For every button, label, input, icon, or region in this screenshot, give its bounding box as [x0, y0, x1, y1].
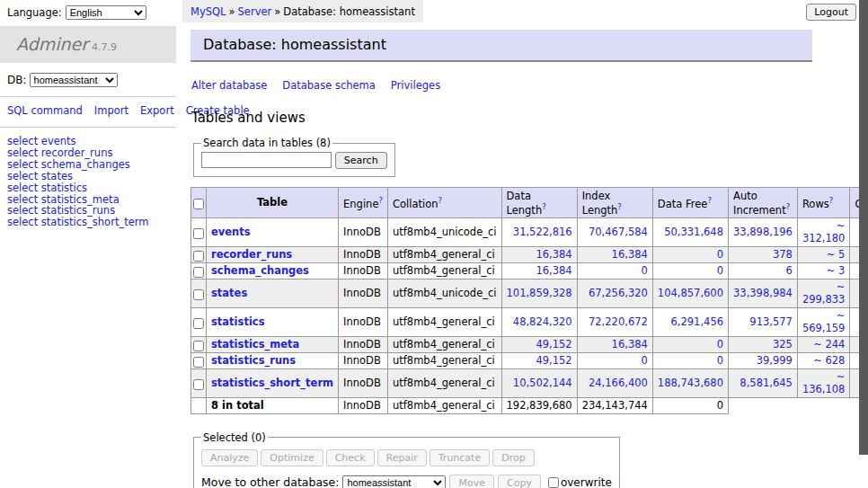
- index-length-help-link[interactable]: ?: [617, 202, 622, 211]
- select-link[interactable]: select: [7, 204, 38, 217]
- collation-help-link[interactable]: ?: [438, 196, 443, 205]
- rows-cell[interactable]: ~ 3: [797, 262, 850, 279]
- overwrite-label[interactable]: overwrite: [561, 476, 612, 488]
- index-length-cell[interactable]: 70,467,584: [577, 217, 652, 246]
- data-length-cell[interactable]: 48,824,320: [501, 307, 577, 336]
- optimize-button[interactable]: Optimize: [261, 449, 323, 466]
- data-free-cell[interactable]: 0: [652, 246, 728, 262]
- alter-database-link[interactable]: Alter database: [191, 79, 267, 92]
- table-link[interactable]: events: [41, 135, 76, 147]
- table-link[interactable]: schema_changes: [41, 158, 130, 171]
- engine-help-link[interactable]: ?: [378, 196, 383, 205]
- data-length-cell[interactable]: 16,384: [501, 262, 577, 279]
- row-checkbox[interactable]: [193, 228, 204, 239]
- rows-cell[interactable]: ~ 312,180: [797, 217, 850, 246]
- rows-cell[interactable]: ~ 299,833: [797, 279, 850, 307]
- sidebar-sql-command-link[interactable]: SQL command: [7, 104, 83, 117]
- search-button[interactable]: Search: [335, 152, 387, 169]
- index-length-cell[interactable]: 0: [577, 352, 652, 368]
- index-length-cell[interactable]: 16,384: [577, 246, 652, 262]
- search-input[interactable]: [201, 152, 332, 168]
- drop-button[interactable]: Drop: [492, 449, 534, 466]
- table-link[interactable]: statistics_runs: [41, 204, 115, 217]
- copy-button[interactable]: Copy: [498, 475, 541, 488]
- row-checkbox[interactable]: [193, 251, 204, 262]
- data-length-help-link[interactable]: ?: [542, 202, 546, 211]
- analyze-button[interactable]: Analyze: [201, 449, 258, 466]
- auto-increment-cell[interactable]: 325: [729, 336, 798, 352]
- row-checkbox[interactable]: [193, 379, 204, 390]
- table-link[interactable]: states: [41, 170, 73, 182]
- data-length-cell[interactable]: 49,152: [501, 352, 577, 368]
- table-name-link[interactable]: statistics_short_term: [211, 377, 333, 389]
- check-button[interactable]: Check: [326, 449, 375, 466]
- scrollbar-track[interactable]: [859, 0, 868, 488]
- row-checkbox[interactable]: [193, 289, 204, 300]
- table-name-link[interactable]: schema_changes: [211, 264, 309, 277]
- rows-cell[interactable]: ~ 244: [797, 336, 850, 352]
- auto-increment-cell[interactable]: 6: [729, 262, 798, 279]
- privileges-link[interactable]: Privileges: [391, 79, 440, 92]
- data-free-cell[interactable]: 104,857,600: [652, 279, 728, 307]
- index-length-cell[interactable]: 24,166,400: [577, 368, 652, 397]
- rows-cell[interactable]: ~ 628: [797, 352, 850, 368]
- select-link[interactable]: select: [7, 216, 38, 228]
- data-length-cell[interactable]: 49,152: [501, 336, 577, 352]
- select-link[interactable]: select: [7, 146, 38, 159]
- row-checkbox[interactable]: [193, 318, 204, 329]
- db-select[interactable]: homeassistant: [30, 73, 118, 87]
- table-name-link[interactable]: statistics_runs: [211, 354, 296, 367]
- row-checkbox[interactable]: [193, 357, 204, 368]
- select-link[interactable]: select: [7, 158, 38, 171]
- table-name-link[interactable]: events: [211, 226, 251, 238]
- table-link[interactable]: recorder_runs: [41, 146, 113, 159]
- auto-increment-help-link[interactable]: ?: [786, 202, 791, 211]
- auto-increment-cell[interactable]: 8,581,645: [729, 368, 798, 397]
- data-length-cell[interactable]: 101,859,328: [501, 279, 577, 307]
- sidebar-export-link[interactable]: Export: [140, 104, 174, 117]
- data-free-help-link[interactable]: ?: [707, 196, 712, 205]
- app-version[interactable]: 4.7.9: [92, 41, 117, 53]
- row-checkbox[interactable]: [193, 341, 204, 351]
- auto-increment-cell[interactable]: 913,577: [729, 307, 798, 336]
- data-length-cell[interactable]: 10,502,144: [501, 368, 577, 397]
- index-length-cell[interactable]: 72,220,672: [577, 307, 652, 336]
- data-free-cell[interactable]: 188,743,680: [652, 368, 728, 397]
- rows-cell[interactable]: ~ 136,108: [797, 368, 850, 397]
- auto-increment-cell[interactable]: 39,999: [729, 352, 798, 368]
- overwrite-checkbox[interactable]: [548, 477, 559, 488]
- data-free-cell[interactable]: 0: [652, 262, 728, 279]
- index-length-cell[interactable]: 16,384: [577, 336, 652, 352]
- move-button[interactable]: Move: [449, 475, 494, 488]
- truncate-button[interactable]: Truncate: [430, 449, 490, 466]
- repair-button[interactable]: Repair: [377, 449, 427, 466]
- select-link[interactable]: select: [7, 193, 38, 206]
- auto-increment-cell[interactable]: 33,898,196: [729, 217, 798, 246]
- select-link[interactable]: select: [7, 182, 38, 194]
- rows-cell[interactable]: ~ 5: [797, 246, 850, 262]
- select-link[interactable]: select: [7, 170, 38, 182]
- data-free-cell[interactable]: 0: [652, 352, 728, 368]
- auto-increment-cell[interactable]: 378: [729, 246, 798, 262]
- scrollbar-thumb[interactable]: [859, 0, 868, 455]
- auto-increment-cell[interactable]: 33,398,984: [729, 279, 798, 307]
- language-select[interactable]: English: [66, 5, 146, 20]
- table-name-link[interactable]: recorder_runs: [211, 248, 292, 261]
- database-schema-link[interactable]: Database schema: [282, 79, 375, 92]
- table-link[interactable]: statistics_short_term: [41, 216, 149, 228]
- data-free-cell[interactable]: 0: [652, 336, 728, 352]
- data-free-cell[interactable]: 50,331,648: [652, 217, 728, 246]
- index-length-cell[interactable]: 0: [577, 262, 652, 279]
- rows-cell[interactable]: ~ 569,159: [797, 307, 850, 336]
- row-checkbox[interactable]: [193, 267, 204, 278]
- index-length-cell[interactable]: 67,256,320: [577, 279, 652, 307]
- sidebar-import-link[interactable]: Import: [94, 104, 128, 117]
- rows-help-link[interactable]: ?: [829, 196, 834, 205]
- select-link[interactable]: select: [7, 135, 38, 147]
- move-database-select[interactable]: homeassistant: [342, 475, 446, 488]
- data-free-cell[interactable]: 6,291,456: [652, 307, 728, 336]
- logout-button[interactable]: Logout: [806, 4, 856, 21]
- table-name-link[interactable]: states: [211, 287, 247, 299]
- data-length-cell[interactable]: 31,522,816: [501, 217, 577, 246]
- table-link[interactable]: statistics_meta: [41, 193, 120, 206]
